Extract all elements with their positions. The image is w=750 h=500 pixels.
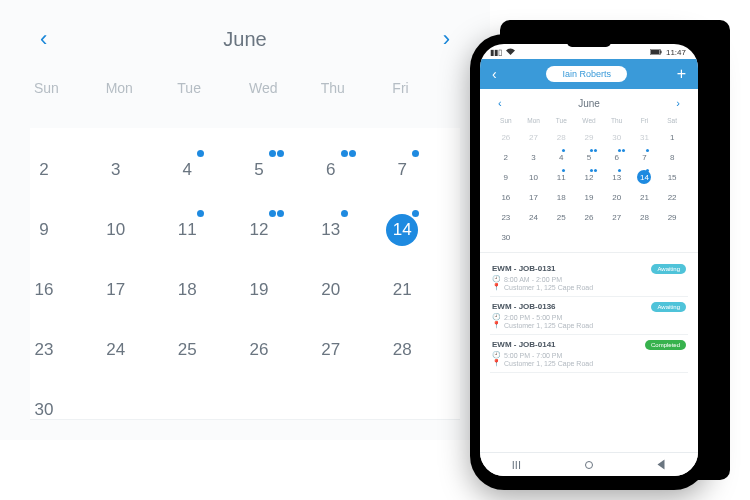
calendar-day[interactable]: 11 [173, 214, 245, 240]
mobile-calendar-day[interactable]: 16 [492, 190, 520, 205]
mobile-calendar-day[interactable]: 30 [492, 230, 520, 245]
mobile-day-number: 20 [610, 190, 624, 204]
mobile-calendar-day[interactable]: 23 [492, 210, 520, 225]
mobile-calendar-day[interactable]: 21 [631, 190, 659, 205]
mobile-calendar-day[interactable]: 26 [575, 210, 603, 225]
mobile-next-month-icon[interactable]: › [676, 97, 680, 109]
mobile-day-number: 21 [637, 190, 651, 204]
calendar-day[interactable]: 26 [245, 334, 317, 360]
status-badge: Completed [645, 340, 686, 350]
add-icon[interactable]: + [677, 65, 686, 83]
calendar-day[interactable]: 27 [317, 334, 389, 360]
job-card[interactable]: EWM - JOB-0131🕘8:00 AM - 2:00 PM📍Custome… [490, 259, 688, 297]
mobile-event-dot-icon [594, 149, 597, 152]
mobile-day-number: 17 [527, 190, 541, 204]
nav-recent-icon[interactable]: III [512, 459, 521, 471]
calendar-day[interactable]: 10 [102, 214, 174, 240]
mobile-calendar-day[interactable]: 31 [631, 130, 659, 145]
calendar-day[interactable]: 4 [173, 154, 245, 180]
calendar-day[interactable]: 5 [245, 154, 317, 180]
mobile-calendar-day[interactable]: 30 [603, 130, 631, 145]
mobile-calendar-body: 2627282930311234567891011121314151617181… [492, 130, 686, 245]
next-month-icon[interactable]: › [443, 26, 450, 52]
mobile-calendar-day[interactable]: 19 [575, 190, 603, 205]
calendar-day[interactable]: 20 [317, 274, 389, 300]
mobile-calendar-day[interactable]: 27 [603, 210, 631, 225]
mobile-calendar-day[interactable]: 28 [547, 130, 575, 145]
weekday-header: SunMonTueWedThuFri [30, 80, 460, 128]
mobile-calendar-day[interactable]: 3 [520, 150, 548, 165]
calendar-day[interactable]: 28 [388, 334, 460, 360]
wifi-icon [506, 48, 515, 57]
calendar-day[interactable]: 16 [30, 274, 102, 300]
day-number: 7 [386, 154, 418, 186]
calendar-day[interactable]: 25 [173, 334, 245, 360]
calendar-day[interactable]: 23 [30, 334, 102, 360]
job-card[interactable]: EWM - JOB-0136🕘2:00 PM - 5:00 PM📍Custome… [490, 297, 688, 335]
mobile-day-number: 2 [499, 150, 513, 164]
mobile-calendar-day[interactable]: 10 [520, 170, 548, 185]
calendar-day[interactable]: 14 [388, 214, 460, 240]
calendar-day[interactable]: 17 [102, 274, 174, 300]
calendar-day[interactable]: 13 [317, 214, 389, 240]
back-icon[interactable]: ‹ [492, 66, 497, 82]
calendar-day[interactable]: 7 [388, 154, 460, 180]
mobile-weekday-label: Wed [575, 117, 603, 124]
mobile-calendar-day[interactable]: 15 [658, 170, 686, 185]
mobile-day-number: 13 [610, 170, 624, 184]
mobile-calendar-day[interactable]: 20 [603, 190, 631, 205]
calendar-day[interactable]: 6 [317, 154, 389, 180]
mobile-calendar-day[interactable]: 22 [658, 190, 686, 205]
mobile-calendar-day[interactable]: 27 [520, 130, 548, 145]
weekday-label: Thu [317, 80, 389, 96]
mobile-calendar-day[interactable]: 9 [492, 170, 520, 185]
pin-icon: 📍 [492, 359, 501, 367]
day-number: 26 [243, 334, 275, 366]
mobile-calendar-day[interactable]: 28 [631, 210, 659, 225]
mobile-calendar-week: 9101112131415 [492, 170, 686, 185]
mobile-calendar-day[interactable]: 25 [547, 210, 575, 225]
mobile-calendar-day[interactable]: 5 [575, 150, 603, 165]
mobile-calendar-day[interactable]: 18 [547, 190, 575, 205]
mobile-calendar-day[interactable]: 8 [658, 150, 686, 165]
calendar-day[interactable]: 30 [30, 394, 102, 420]
mobile-calendar-day[interactable]: 7 [631, 150, 659, 165]
mobile-calendar-day[interactable]: 6 [603, 150, 631, 165]
mobile-calendar-day[interactable]: 26 [492, 130, 520, 145]
calendar-day[interactable]: 12 [245, 214, 317, 240]
mobile-calendar-day[interactable]: 29 [575, 130, 603, 145]
mobile-calendar-day[interactable]: 12 [575, 170, 603, 185]
mobile-calendar-day[interactable]: 4 [547, 150, 575, 165]
calendar-day[interactable]: 19 [245, 274, 317, 300]
calendar-day[interactable]: 21 [388, 274, 460, 300]
calendar-day[interactable]: 18 [173, 274, 245, 300]
mobile-calendar-week: 2345678 [492, 150, 686, 165]
calendar-day[interactable]: 24 [102, 334, 174, 360]
event-dot-icon [277, 150, 284, 157]
mobile-calendar-day[interactable]: 1 [658, 130, 686, 145]
job-card[interactable]: EWM - JOB-0141🕘5:00 PM - 7:00 PM📍Custome… [490, 335, 688, 373]
mobile-day-number: 12 [582, 170, 596, 184]
mobile-calendar-day[interactable]: 11 [547, 170, 575, 185]
mobile-calendar-day [547, 230, 575, 245]
nav-home-icon[interactable] [585, 461, 593, 469]
calendar-day[interactable]: 9 [30, 214, 102, 240]
mobile-calendar-day[interactable]: 24 [520, 210, 548, 225]
calendar-day[interactable]: 3 [102, 154, 174, 180]
mobile-calendar-day[interactable]: 29 [658, 210, 686, 225]
mobile-calendar-day[interactable]: 13 [603, 170, 631, 185]
job-time: 2:00 PM - 5:00 PM [504, 314, 562, 321]
mobile-month-header: ‹ June › [492, 97, 686, 109]
mobile-calendar-day[interactable]: 2 [492, 150, 520, 165]
calendar-day[interactable]: 2 [30, 154, 102, 180]
phone-frame: ▮▮▯ 11:47 ‹ Iain Roberts + ‹ June › [470, 34, 708, 490]
calendar-day [388, 394, 460, 420]
mobile-prev-month-icon[interactable]: ‹ [498, 97, 502, 109]
job-location-row: 📍Customer 1, 125 Cape Road [492, 359, 686, 367]
user-pill[interactable]: Iain Roberts [546, 66, 627, 82]
month-header: ‹ June › [30, 18, 460, 80]
mobile-calendar-day[interactable]: 14 [631, 170, 659, 185]
nav-back-icon[interactable] [658, 460, 665, 470]
mobile-calendar-day[interactable]: 17 [520, 190, 548, 205]
prev-month-icon[interactable]: ‹ [40, 26, 47, 52]
